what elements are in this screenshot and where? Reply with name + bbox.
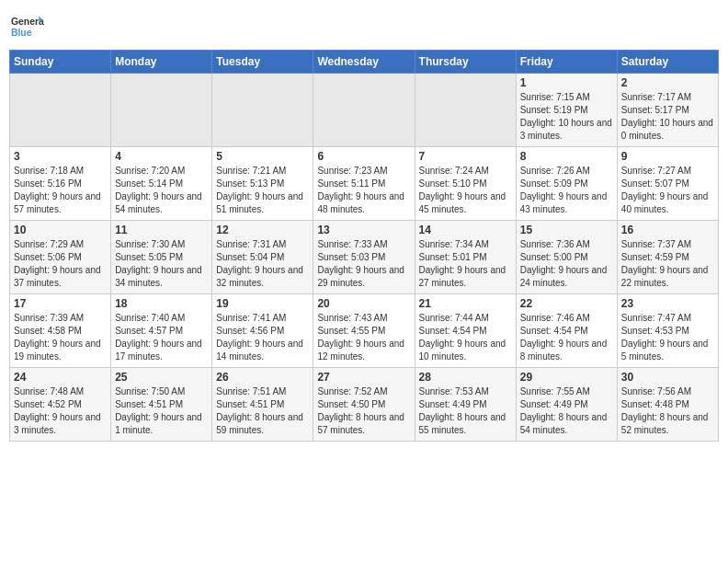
calendar-day-cell: 13Sunrise: 7:33 AM Sunset: 5:03 PM Dayli… [313, 221, 415, 294]
day-info: Sunrise: 7:21 AM Sunset: 5:13 PM Dayligh… [216, 165, 309, 216]
day-number: 13 [317, 224, 410, 236]
calendar-body: 1Sunrise: 7:15 AM Sunset: 5:19 PM Daylig… [10, 74, 719, 442]
calendar-day-cell: 3Sunrise: 7:18 AM Sunset: 5:16 PM Daylig… [10, 147, 111, 221]
calendar-day-cell: 30Sunrise: 7:56 AM Sunset: 4:48 PM Dayli… [617, 368, 718, 442]
calendar-day-cell: 10Sunrise: 7:29 AM Sunset: 5:06 PM Dayli… [10, 221, 111, 294]
calendar-day-cell: 24Sunrise: 7:48 AM Sunset: 4:52 PM Dayli… [10, 368, 111, 442]
day-number: 23 [621, 297, 714, 310]
calendar-day-cell: 17Sunrise: 7:39 AM Sunset: 4:58 PM Dayli… [10, 294, 111, 368]
day-info: Sunrise: 7:23 AM Sunset: 5:11 PM Dayligh… [317, 165, 410, 216]
day-number: 25 [115, 371, 208, 384]
calendar-day-cell [111, 74, 212, 147]
day-number: 14 [419, 224, 512, 236]
calendar-day-cell: 21Sunrise: 7:44 AM Sunset: 4:54 PM Dayli… [415, 294, 516, 368]
weekday-header-wednesday: Wednesday [313, 51, 415, 74]
day-info: Sunrise: 7:30 AM Sunset: 5:05 PM Dayligh… [115, 238, 208, 290]
day-info: Sunrise: 7:46 AM Sunset: 4:54 PM Dayligh… [520, 312, 613, 363]
day-number: 28 [419, 371, 512, 384]
day-number: 27 [317, 371, 410, 384]
day-info: Sunrise: 7:29 AM Sunset: 5:06 PM Dayligh… [14, 238, 107, 290]
day-info: Sunrise: 7:39 AM Sunset: 4:58 PM Dayligh… [14, 312, 107, 363]
day-number: 26 [216, 371, 309, 384]
weekday-header-thursday: Thursday [415, 51, 516, 74]
weekday-header-saturday: Saturday [617, 51, 718, 74]
calendar-header-row: SundayMondayTuesdayWednesdayThursdayFrid… [10, 51, 719, 74]
day-info: Sunrise: 7:44 AM Sunset: 4:54 PM Dayligh… [419, 312, 512, 363]
weekday-header-monday: Monday [111, 51, 212, 74]
calendar-day-cell: 2Sunrise: 7:17 AM Sunset: 5:17 PM Daylig… [617, 74, 718, 147]
calendar-day-cell: 11Sunrise: 7:30 AM Sunset: 5:05 PM Dayli… [111, 221, 212, 294]
day-number: 3 [14, 150, 107, 163]
calendar-week-4: 17Sunrise: 7:39 AM Sunset: 4:58 PM Dayli… [10, 294, 719, 368]
day-number: 2 [621, 76, 714, 89]
calendar-day-cell: 9Sunrise: 7:27 AM Sunset: 5:07 PM Daylig… [617, 147, 718, 221]
calendar-week-1: 1Sunrise: 7:15 AM Sunset: 5:19 PM Daylig… [10, 74, 719, 147]
day-info: Sunrise: 7:17 AM Sunset: 5:17 PM Dayligh… [621, 91, 714, 143]
day-info: Sunrise: 7:15 AM Sunset: 5:19 PM Dayligh… [520, 91, 613, 143]
calendar-day-cell: 22Sunrise: 7:46 AM Sunset: 4:54 PM Dayli… [516, 294, 617, 368]
day-info: Sunrise: 7:52 AM Sunset: 4:50 PM Dayligh… [317, 385, 410, 437]
calendar-week-2: 3Sunrise: 7:18 AM Sunset: 5:16 PM Daylig… [10, 147, 719, 221]
calendar-day-cell [10, 74, 111, 147]
day-number: 12 [216, 224, 309, 236]
calendar-day-cell: 23Sunrise: 7:47 AM Sunset: 4:53 PM Dayli… [617, 294, 718, 368]
day-info: Sunrise: 7:40 AM Sunset: 4:57 PM Dayligh… [115, 312, 208, 363]
day-number: 7 [419, 150, 512, 163]
day-number: 20 [317, 297, 410, 310]
day-number: 5 [216, 150, 309, 163]
day-info: Sunrise: 7:36 AM Sunset: 5:00 PM Dayligh… [520, 238, 613, 290]
day-info: Sunrise: 7:24 AM Sunset: 5:10 PM Dayligh… [419, 165, 512, 216]
day-number: 29 [520, 371, 613, 384]
day-number: 4 [115, 150, 208, 163]
day-info: Sunrise: 7:47 AM Sunset: 4:53 PM Dayligh… [621, 312, 714, 363]
calendar-day-cell: 1Sunrise: 7:15 AM Sunset: 5:19 PM Daylig… [516, 74, 617, 147]
page-header: General Blue [9, 9, 719, 44]
day-info: Sunrise: 7:27 AM Sunset: 5:07 PM Dayligh… [621, 165, 714, 216]
day-number: 16 [621, 224, 714, 236]
calendar-day-cell: 5Sunrise: 7:21 AM Sunset: 5:13 PM Daylig… [212, 147, 313, 221]
day-info: Sunrise: 7:55 AM Sunset: 4:49 PM Dayligh… [520, 385, 613, 437]
day-info: Sunrise: 7:41 AM Sunset: 4:56 PM Dayligh… [216, 312, 309, 363]
day-info: Sunrise: 7:31 AM Sunset: 5:04 PM Dayligh… [216, 238, 309, 290]
calendar-day-cell: 12Sunrise: 7:31 AM Sunset: 5:04 PM Dayli… [212, 221, 313, 294]
calendar-day-cell [313, 74, 415, 147]
day-number: 11 [115, 224, 208, 236]
day-info: Sunrise: 7:37 AM Sunset: 4:59 PM Dayligh… [621, 238, 714, 290]
day-info: Sunrise: 7:34 AM Sunset: 5:01 PM Dayligh… [419, 238, 512, 290]
day-info: Sunrise: 7:18 AM Sunset: 5:16 PM Dayligh… [14, 165, 107, 216]
day-number: 9 [621, 150, 714, 163]
calendar-table: SundayMondayTuesdayWednesdayThursdayFrid… [9, 50, 719, 442]
day-number: 18 [115, 297, 208, 310]
calendar-day-cell: 28Sunrise: 7:53 AM Sunset: 4:49 PM Dayli… [415, 368, 516, 442]
day-info: Sunrise: 7:33 AM Sunset: 5:03 PM Dayligh… [317, 238, 410, 290]
day-number: 8 [520, 150, 613, 163]
day-number: 10 [14, 224, 107, 236]
day-info: Sunrise: 7:51 AM Sunset: 4:51 PM Dayligh… [216, 385, 309, 437]
calendar-day-cell: 18Sunrise: 7:40 AM Sunset: 4:57 PM Dayli… [111, 294, 212, 368]
calendar-day-cell: 19Sunrise: 7:41 AM Sunset: 4:56 PM Dayli… [212, 294, 313, 368]
calendar-day-cell: 29Sunrise: 7:55 AM Sunset: 4:49 PM Dayli… [516, 368, 617, 442]
calendar-day-cell: 26Sunrise: 7:51 AM Sunset: 4:51 PM Dayli… [212, 368, 313, 442]
calendar-day-cell: 14Sunrise: 7:34 AM Sunset: 5:01 PM Dayli… [415, 221, 516, 294]
calendar-day-cell: 16Sunrise: 7:37 AM Sunset: 4:59 PM Dayli… [617, 221, 718, 294]
calendar-day-cell: 15Sunrise: 7:36 AM Sunset: 5:00 PM Dayli… [516, 221, 617, 294]
calendar-day-cell [212, 74, 313, 147]
calendar-day-cell: 27Sunrise: 7:52 AM Sunset: 4:50 PM Dayli… [313, 368, 415, 442]
calendar-day-cell: 20Sunrise: 7:43 AM Sunset: 4:55 PM Dayli… [313, 294, 415, 368]
calendar-week-5: 24Sunrise: 7:48 AM Sunset: 4:52 PM Dayli… [10, 368, 719, 442]
calendar-day-cell [415, 74, 516, 147]
calendar-day-cell: 7Sunrise: 7:24 AM Sunset: 5:10 PM Daylig… [415, 147, 516, 221]
calendar-day-cell: 6Sunrise: 7:23 AM Sunset: 5:11 PM Daylig… [313, 147, 415, 221]
day-number: 22 [520, 297, 613, 310]
logo: General Blue [9, 9, 48, 44]
logo-icon: General Blue [9, 9, 44, 44]
day-number: 21 [419, 297, 512, 310]
calendar-day-cell: 4Sunrise: 7:20 AM Sunset: 5:14 PM Daylig… [111, 147, 212, 221]
weekday-header-sunday: Sunday [10, 51, 111, 74]
day-number: 30 [621, 371, 714, 384]
calendar-week-3: 10Sunrise: 7:29 AM Sunset: 5:06 PM Dayli… [10, 221, 719, 294]
day-number: 1 [520, 76, 613, 89]
day-number: 19 [216, 297, 309, 310]
day-info: Sunrise: 7:48 AM Sunset: 4:52 PM Dayligh… [14, 385, 107, 437]
day-info: Sunrise: 7:26 AM Sunset: 5:09 PM Dayligh… [520, 165, 613, 216]
